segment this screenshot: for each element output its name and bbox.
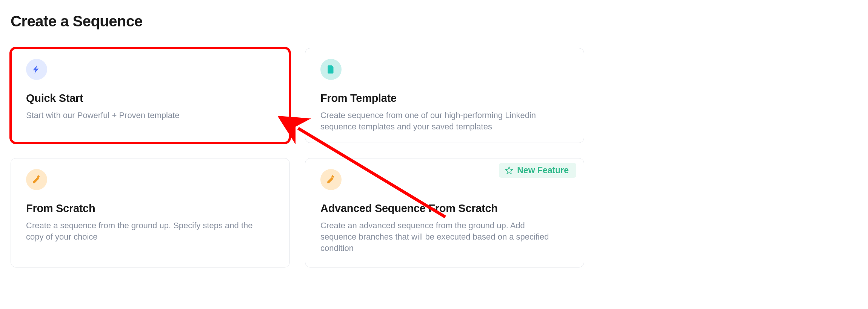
card-from-scratch[interactable]: From Scratch Create a sequence from the … — [11, 158, 290, 267]
card-description: Create an advanced sequence from the gro… — [320, 220, 562, 254]
pen-icon — [26, 169, 47, 190]
pen-icon — [320, 169, 342, 190]
card-description: Start with our Powerful + Proven templat… — [26, 110, 268, 121]
page-title: Create a Sequence — [11, 13, 857, 30]
badge-text: New Feature — [517, 165, 569, 175]
card-description: Create a sequence from the ground up. Sp… — [26, 220, 268, 242]
star-icon — [505, 166, 513, 175]
card-from-template[interactable]: From Template Create sequence from one o… — [305, 48, 584, 143]
card-description: Create sequence from one of our high-per… — [320, 110, 562, 132]
bolt-icon — [26, 59, 47, 80]
file-icon — [320, 59, 342, 80]
card-title: Advanced Sequence From Scratch — [320, 202, 569, 215]
card-quick-start[interactable]: Quick Start Start with our Powerful + Pr… — [11, 48, 290, 143]
card-advanced-sequence[interactable]: New Feature Advanced Sequence From Scrat… — [305, 158, 584, 267]
card-title: From Scratch — [26, 202, 274, 215]
card-title: Quick Start — [26, 92, 274, 105]
card-title: From Template — [320, 92, 569, 105]
card-grid: Quick Start Start with our Powerful + Pr… — [11, 48, 857, 267]
new-feature-badge: New Feature — [499, 163, 576, 178]
